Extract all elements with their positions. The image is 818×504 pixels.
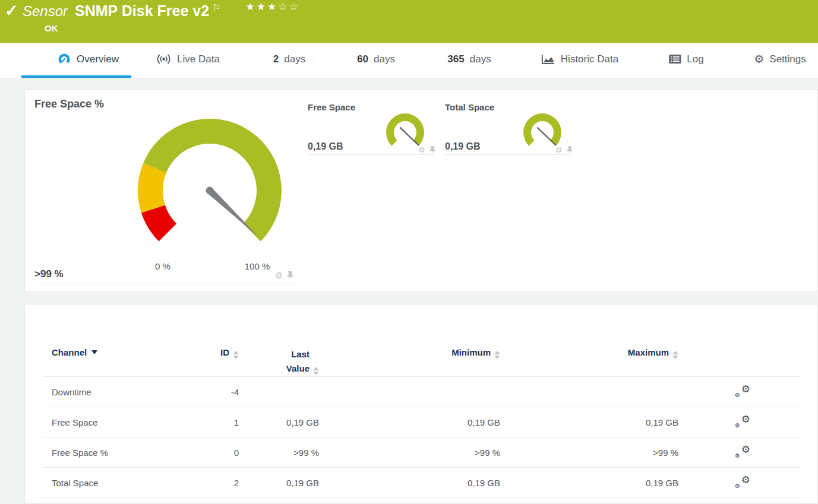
status-badge: OK: [45, 23, 58, 33]
sort-icon: [313, 367, 319, 375]
table-row-free-space-percent: Free Space % 0 >99 % >99 % >99 % ⚙⚙: [43, 438, 801, 468]
tab-overview[interactable]: Overview: [57, 43, 119, 75]
channel-minimum: 0,19 GB: [325, 468, 506, 498]
tab-2-days[interactable]: 2 days: [273, 43, 305, 75]
mini-gauge-title: Free Space: [308, 102, 355, 112]
mini-panel-total-space: Total Space 0,19 GB ⚙: [445, 90, 572, 161]
channel-id: 0: [191, 438, 245, 468]
gauge-min-label: 0 %: [155, 261, 170, 271]
status-check-icon: ✓: [5, 1, 18, 20]
sort-desc-icon: [91, 350, 97, 354]
tab-settings[interactable]: ⚙ Settings: [754, 43, 806, 75]
gauge-max-label: 100 %: [245, 261, 270, 271]
page-title: SNMP Disk Free v2: [75, 2, 209, 19]
channel-last-value: 0,19 GB: [245, 468, 325, 498]
tab-historic-data[interactable]: Historic Data: [541, 43, 618, 75]
gauges-card: Free Space % 0 % 100 % >99 % ⚙ Free Spac…: [24, 89, 818, 292]
column-header-minimum[interactable]: Minimum: [325, 334, 506, 377]
channel-settings-icon[interactable]: ⚙⚙: [735, 414, 750, 429]
channel-name: Free Space: [43, 407, 191, 438]
main-gauge-value: >99 %: [34, 268, 64, 280]
sort-icon: [494, 351, 500, 359]
channel-maximum: >99 %: [506, 438, 684, 468]
column-header-last-value[interactable]: Last Value: [245, 334, 325, 377]
column-header-channel[interactable]: Channel: [43, 334, 191, 377]
channel-minimum: 0,19 GB: [325, 407, 506, 438]
table-row-total-space: Total Space 2 0,19 GB 0,19 GB 0,19 GB ⚙⚙: [43, 468, 801, 498]
channel-name: Free Space %: [43, 438, 191, 468]
channel-settings-icon[interactable]: ⚙⚙: [735, 475, 750, 489]
channel-maximum: 0,19 GB: [506, 407, 684, 438]
gauge-icon: [57, 52, 71, 66]
channel-settings-icon[interactable]: ⚙⚙: [735, 384, 750, 398]
mini-gauge-title: Total Space: [445, 102, 494, 112]
gear-icon[interactable]: ⚙: [418, 146, 425, 154]
channel-table-header-row: Channel ID Last Value Minimum Maximum: [43, 334, 801, 377]
column-header-id[interactable]: ID: [191, 334, 245, 377]
channels-card: Channel ID Last Value Minimum Maximum Do…: [24, 304, 818, 504]
active-tab-underline: [21, 75, 131, 78]
tab-bar: Overview Live Data 2 days 60 days 365 da…: [0, 43, 818, 78]
sort-icon: [233, 351, 239, 359]
column-header-maximum[interactable]: Maximum: [506, 334, 684, 377]
mini-panel-free-space: Free Space 0,19 GB ⚙: [308, 90, 435, 161]
pin-icon[interactable]: [429, 146, 435, 154]
table-row-downtime: Downtime -4 ⚙⚙: [43, 377, 801, 407]
sensor-title-row: SensorSNMP Disk Free v2⚐★★★☆☆: [23, 2, 300, 20]
tab-60-days[interactable]: 60 days: [357, 43, 395, 75]
broadcast-icon: [156, 53, 172, 65]
pin-icon[interactable]: [567, 146, 573, 154]
pin-icon[interactable]: [287, 271, 293, 280]
channel-last-value: >99 %: [245, 438, 325, 468]
column-header-settings: [684, 334, 801, 377]
channel-name: Total Space: [43, 468, 191, 498]
mini-panel-actions: ⚙: [418, 146, 435, 154]
tab-live-data[interactable]: Live Data: [156, 43, 220, 75]
main-gauge-title: Free Space %: [34, 98, 104, 110]
tab-365-days[interactable]: 365 days: [447, 43, 491, 75]
gauge-needle: [206, 187, 259, 237]
area-chart-icon: [541, 53, 555, 65]
channel-last-value: 0,19 GB: [245, 407, 325, 438]
main-panel-divider: [34, 284, 298, 284]
mini-panel-divider: [308, 154, 435, 155]
channel-id: -4: [191, 377, 245, 407]
sensor-type-label: Sensor: [23, 3, 68, 19]
channel-last-value: [245, 377, 325, 407]
sort-icon: [672, 351, 678, 359]
log-icon: [668, 54, 681, 64]
main-panel-actions: ⚙: [275, 271, 293, 280]
table-row-free-space: Free Space 1 0,19 GB 0,19 GB 0,19 GB ⚙⚙: [43, 407, 801, 438]
channel-id: 2: [191, 468, 245, 498]
mini-gauge-value: 0,19 GB: [308, 141, 343, 152]
flag-icon[interactable]: ⚐: [213, 2, 220, 12]
free-space-percent-gauge: [132, 113, 287, 268]
gear-icon[interactable]: ⚙: [555, 146, 563, 154]
mini-panel-actions: ⚙: [555, 146, 573, 154]
channel-settings-icon[interactable]: ⚙⚙: [735, 445, 750, 459]
gear-icon[interactable]: ⚙: [275, 271, 283, 280]
channel-id: 1: [191, 407, 245, 438]
channel-name: Downtime: [43, 377, 191, 407]
channel-maximum: [506, 377, 684, 407]
channel-minimum: [325, 377, 506, 407]
channel-maximum: 0,19 GB: [506, 468, 684, 498]
sensor-header: ✓ SensorSNMP Disk Free v2⚐★★★☆☆ OK: [0, 0, 818, 43]
priority-stars[interactable]: ★★★☆☆: [246, 1, 300, 12]
gear-icon: ⚙: [754, 53, 764, 65]
channel-table: Channel ID Last Value Minimum Maximum Do…: [43, 334, 801, 498]
mini-gauge-value: 0,19 GB: [445, 141, 481, 152]
tab-log[interactable]: Log: [668, 43, 703, 75]
channel-minimum: >99 %: [325, 438, 506, 468]
mini-panel-divider: [445, 154, 572, 155]
